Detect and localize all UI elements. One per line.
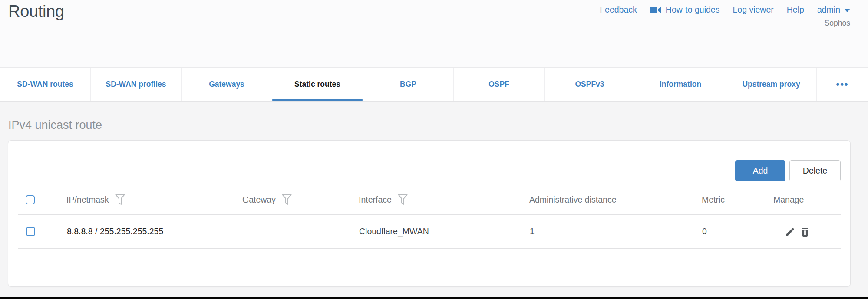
delete-trash-icon[interactable] <box>800 227 810 237</box>
select-all-cell <box>18 195 59 204</box>
tab-overflow-menu[interactable]: ••• <box>817 68 868 101</box>
metric-cell: 0 <box>694 227 766 237</box>
help-link[interactable]: Help <box>787 5 804 15</box>
table-header-row: IP/netmask Gateway Interface Administrat… <box>18 187 841 213</box>
page-title: Routing <box>8 2 64 21</box>
add-button[interactable]: Add <box>735 160 785 181</box>
admin-menu[interactable]: admin <box>817 5 850 15</box>
tab-upstream-proxy[interactable]: Upstream proxy <box>726 68 817 101</box>
column-header-admin-distance: Administrative distance <box>521 195 694 205</box>
tab-sd-wan-routes[interactable]: SD-WAN routes <box>0 68 91 101</box>
ip-netmask-cell: 8.8.8.8 / 255.255.255.255 <box>59 227 235 237</box>
log-viewer-link[interactable]: Log viewer <box>733 5 773 15</box>
filter-funnel-icon[interactable] <box>115 194 125 205</box>
section-heading: IPv4 unicast route <box>8 118 102 132</box>
tab-ospfv3[interactable]: OSPFv3 <box>545 68 635 101</box>
filter-funnel-icon[interactable] <box>398 194 408 205</box>
log-viewer-label: Log viewer <box>733 5 773 15</box>
how-to-guides-link[interactable]: How-to guides <box>650 5 720 15</box>
page-header: Routing Feedback How-to guides Log viewe… <box>0 0 868 67</box>
select-all-checkbox[interactable] <box>26 195 35 204</box>
column-header-ip-netmask: IP/netmask <box>59 194 234 205</box>
admin-distance-cell: 1 <box>522 227 694 237</box>
caret-down-icon <box>844 9 850 12</box>
tab-bgp[interactable]: BGP <box>363 68 454 101</box>
interface-cell: Cloudflare_MWAN <box>351 227 522 237</box>
tab-information[interactable]: Information <box>635 68 726 101</box>
ellipsis-icon: ••• <box>836 79 848 90</box>
table-row: 8.8.8.8 / 255.255.255.255 Cloudflare_MWA… <box>18 214 841 249</box>
column-header-gateway: Gateway <box>234 194 351 205</box>
route-link[interactable]: 8.8.8.8 / 255.255.255.255 <box>67 227 163 236</box>
tab-gateways[interactable]: Gateways <box>182 68 272 101</box>
tab-sd-wan-profiles[interactable]: SD-WAN profiles <box>91 68 182 101</box>
feedback-label: Feedback <box>600 5 637 15</box>
manage-cell <box>766 227 842 237</box>
filter-funnel-icon[interactable] <box>282 194 292 205</box>
column-header-interface: Interface <box>351 194 521 205</box>
table-toolbar: Add Delete <box>735 160 841 181</box>
delete-button[interactable]: Delete <box>789 160 841 181</box>
feedback-link[interactable]: Feedback <box>600 5 637 15</box>
top-nav: Feedback How-to guides Log viewer Help a… <box>600 5 850 15</box>
column-header-metric: Metric <box>694 195 766 205</box>
ipv4-unicast-route-card: Add Delete IP/netmask Gateway Interface … <box>8 140 851 287</box>
edit-pencil-icon[interactable] <box>785 227 795 237</box>
tab-static-routes[interactable]: Static routes <box>272 68 363 101</box>
org-name: Sophos <box>825 19 850 28</box>
help-label: Help <box>787 5 804 15</box>
row-checkbox[interactable] <box>26 227 35 236</box>
row-select-cell <box>18 227 59 236</box>
how-to-guides-label: How-to guides <box>666 5 720 15</box>
routing-tabbar: SD-WAN routes SD-WAN profiles Gateways S… <box>0 67 868 102</box>
admin-label: admin <box>817 5 840 15</box>
column-header-manage: Manage <box>766 195 841 205</box>
window-bottom-edge <box>0 297 868 299</box>
video-camera-icon <box>650 6 662 14</box>
tab-ospf[interactable]: OSPF <box>454 68 545 101</box>
